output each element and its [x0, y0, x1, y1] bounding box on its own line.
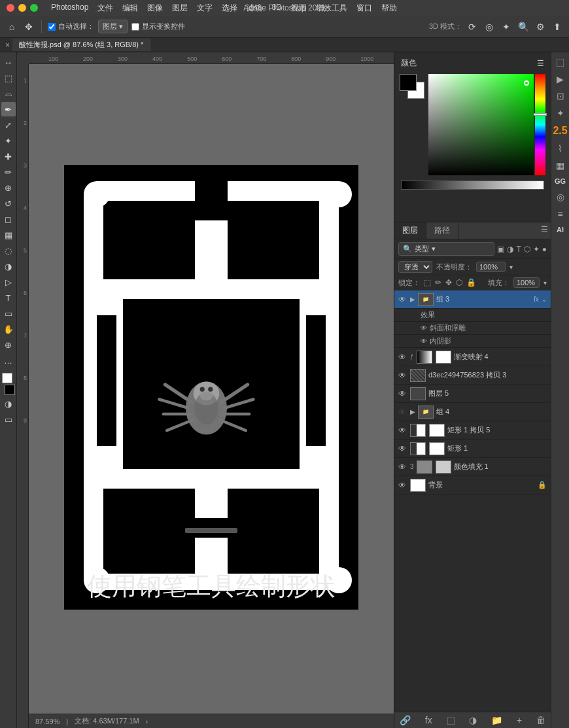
orange-badge[interactable]: 2.5: [551, 123, 569, 139]
foreground-background-swatch[interactable]: [400, 74, 424, 99]
opacity-input[interactable]: [476, 262, 506, 272]
link-layers-icon[interactable]: 🔗: [400, 715, 411, 725]
auto-select-input[interactable]: [48, 23, 56, 31]
layers-panel-menu[interactable]: ☰: [538, 222, 551, 239]
home-icon[interactable]: ⌂: [5, 20, 18, 33]
layer-row-group4[interactable]: 👁 ▶ 📁 组 4: [394, 403, 551, 421]
hue-bar[interactable]: [535, 74, 545, 175]
ai-icon[interactable]: AI: [555, 224, 566, 235]
layer-row-rect1copy5[interactable]: 👁 矩形 1 拷贝 5: [394, 421, 551, 440]
close-button[interactable]: [7, 4, 14, 12]
visibility-group3[interactable]: 👁: [398, 295, 407, 304]
filter-text-icon[interactable]: T: [516, 245, 521, 254]
clone-tool[interactable]: ⊕: [1, 181, 16, 195]
quick-mask-tool[interactable]: ◑: [1, 396, 16, 411]
lock-position-icon[interactable]: ✥: [445, 278, 452, 287]
layers-panel-icon[interactable]: ⬚: [554, 55, 566, 69]
filter-smart-icon[interactable]: ✦: [533, 245, 540, 254]
visibility-pattern[interactable]: 👁: [398, 371, 407, 380]
screen-mode-tool[interactable]: ▭: [1, 412, 16, 426]
adjust-icon[interactable]: ⊡: [555, 89, 566, 103]
text-tool[interactable]: T: [1, 290, 16, 305]
fill-input[interactable]: [513, 277, 540, 288]
gradient-icon[interactable]: ▦: [554, 158, 566, 173]
visibility-background[interactable]: 👁: [398, 481, 407, 490]
color-panel-menu[interactable]: ☰: [537, 59, 544, 68]
tab-paths[interactable]: 路径: [426, 222, 458, 239]
layer-row-group3[interactable]: 👁 ▶ 📁 组 3 fx ⌄: [394, 290, 551, 309]
rotate3d-icon[interactable]: ⟳: [466, 20, 479, 33]
traffic-lights[interactable]: [7, 4, 38, 12]
shadow-eye[interactable]: 👁: [421, 338, 427, 345]
add-mask-icon[interactable]: ⬚: [447, 715, 455, 725]
extra-tools[interactable]: …: [1, 353, 16, 368]
zoom-tool[interactable]: ⊕: [1, 338, 16, 352]
menu-file[interactable]: 文件: [97, 3, 113, 14]
document-tab[interactable]: 酸性海报.psd @ 87.6% (组 3, RGB/8) *: [12, 39, 150, 51]
sat-val-gradient[interactable]: [428, 74, 534, 175]
visibility-group4[interactable]: 👁: [398, 407, 407, 417]
blur-tool[interactable]: ◌: [1, 243, 16, 258]
layer-filter-dropdown[interactable]: 🔍 类型 ▾: [398, 242, 494, 256]
shadow-effect-row[interactable]: 👁 内阴影: [394, 335, 551, 348]
menu-window[interactable]: 窗口: [356, 3, 372, 14]
lock-transparent-icon[interactable]: ⬚: [424, 278, 431, 287]
eraser-tool[interactable]: ◻: [1, 212, 16, 226]
visibility-gradient4[interactable]: 👁: [398, 353, 407, 362]
visibility-rect1[interactable]: 👁: [398, 444, 407, 453]
add-style-icon[interactable]: fx: [425, 715, 432, 725]
filter-shape-icon[interactable]: ⬡: [524, 245, 530, 254]
move-tool[interactable]: ↔: [1, 55, 16, 69]
add-adjustment-icon[interactable]: ◑: [469, 715, 477, 725]
orbit-icon[interactable]: ◎: [483, 20, 496, 33]
artwork-canvas[interactable]: 使用钢笔工具绘制形状: [64, 165, 358, 610]
expand-group3[interactable]: ⌄: [542, 296, 547, 303]
bevel-effect-row[interactable]: 👁 斜面和浮雕: [394, 322, 551, 335]
hand-tool[interactable]: ✋: [1, 322, 16, 336]
tab-close-icon[interactable]: ×: [5, 41, 10, 50]
bevel-eye[interactable]: 👁: [421, 324, 427, 332]
filter-adj-icon[interactable]: ◑: [507, 245, 513, 254]
lock-brush-icon[interactable]: ✏: [435, 278, 441, 287]
history-tool[interactable]: ↺: [1, 196, 16, 211]
fg-bg-colors[interactable]: [2, 373, 15, 395]
star-icon[interactable]: ✦: [555, 106, 566, 120]
eyedropper-tool[interactable]: ✦: [1, 133, 16, 148]
layer-dropdown[interactable]: 图层 ▾: [98, 20, 128, 33]
pan-icon[interactable]: ✦: [500, 20, 513, 33]
menu-edit[interactable]: 编辑: [122, 3, 138, 14]
menu-layer[interactable]: 图层: [172, 3, 188, 14]
lock-artboard-icon[interactable]: ⬡: [456, 278, 462, 287]
circle-icon[interactable]: ◎: [555, 190, 566, 204]
move-icon[interactable]: ✥: [22, 20, 35, 33]
lock-all-icon[interactable]: 🔒: [466, 278, 476, 287]
menu-text[interactable]: 文字: [197, 3, 213, 14]
layer-row-gradient4[interactable]: 👁 ƒ 渐变映射 4: [394, 348, 551, 366]
filter-toggle[interactable]: ●: [542, 245, 547, 254]
add-group-icon[interactable]: 📁: [491, 715, 502, 725]
layer-row-pattern[interactable]: 👁 d3ec2494756823 拷贝 3: [394, 366, 551, 385]
blend-mode-select[interactable]: 穿透: [398, 261, 432, 273]
layer-row-background[interactable]: 👁 背景 🔒: [394, 476, 551, 494]
filter-pixel-icon[interactable]: ▣: [497, 245, 504, 254]
search-icon[interactable]: 🔍: [517, 20, 530, 33]
play-icon[interactable]: ▶: [555, 72, 566, 86]
layer-row-layer5[interactable]: 👁 图层 5: [394, 385, 551, 403]
gg-icon[interactable]: GG: [553, 175, 568, 187]
auto-select-checkbox[interactable]: 自动选择：: [48, 22, 94, 31]
select-tool[interactable]: ⬚: [1, 71, 16, 85]
pen-tool[interactable]: ✒: [1, 102, 16, 116]
layer-row-rect1[interactable]: 👁 矩形 1: [394, 440, 551, 458]
menu-help[interactable]: 帮助: [381, 3, 397, 14]
tab-layers[interactable]: 图层: [394, 222, 426, 239]
opacity-dropdown[interactable]: ▾: [509, 264, 513, 271]
visibility-fill1[interactable]: 👁: [398, 462, 407, 472]
fx-group3[interactable]: fx: [534, 296, 539, 303]
color-gradient-area[interactable]: [428, 74, 545, 175]
value-bar[interactable]: [401, 181, 544, 190]
path-select-tool[interactable]: ▷: [1, 275, 16, 289]
dodge-tool[interactable]: ◑: [1, 259, 16, 273]
transform-checkbox[interactable]: 显示变换控件: [131, 22, 185, 31]
sliders-icon[interactable]: ≡: [555, 207, 564, 221]
foreground-swatch[interactable]: [400, 74, 417, 91]
